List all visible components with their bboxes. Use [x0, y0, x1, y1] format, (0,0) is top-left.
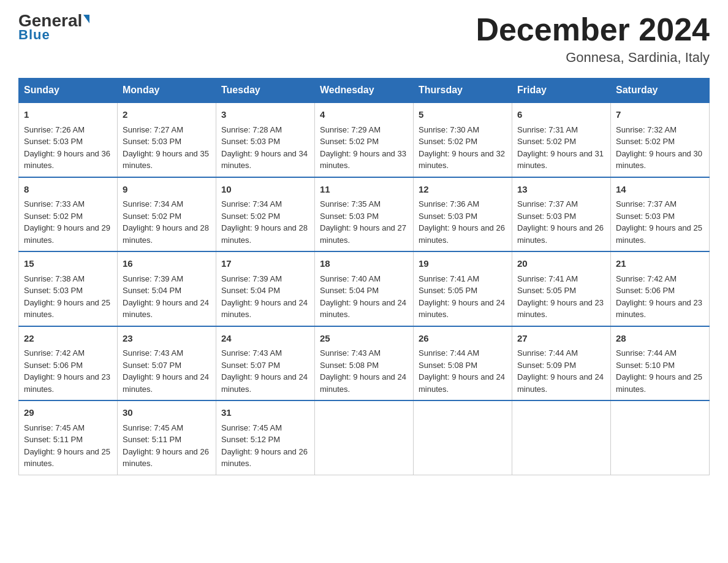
day-number: 16 — [123, 257, 211, 271]
day-number: 18 — [320, 257, 408, 271]
week-row-3: 15Sunrise: 7:38 AMSunset: 5:03 PMDayligh… — [19, 251, 710, 326]
calendar-cell: 23Sunrise: 7:43 AMSunset: 5:07 PMDayligh… — [118, 326, 216, 401]
calendar-cell — [315, 400, 414, 475]
day-number: 31 — [221, 406, 309, 420]
calendar-cell — [512, 400, 611, 475]
calendar-cell: 17Sunrise: 7:39 AMSunset: 5:04 PMDayligh… — [216, 251, 315, 326]
day-number: 29 — [24, 406, 112, 420]
day-number: 6 — [517, 108, 605, 122]
col-monday: Monday — [118, 79, 216, 103]
col-tuesday: Tuesday — [216, 79, 315, 103]
col-wednesday: Wednesday — [315, 79, 414, 103]
day-number: 20 — [517, 257, 605, 271]
day-number: 30 — [123, 406, 211, 420]
day-number: 26 — [419, 332, 507, 346]
day-number: 7 — [616, 108, 704, 122]
calendar-cell: 27Sunrise: 7:44 AMSunset: 5:09 PMDayligh… — [512, 326, 611, 401]
day-number: 3 — [221, 108, 309, 122]
page-header: General Blue December 2024 Gonnesa, Sard… — [18, 12, 710, 66]
week-row-5: 29Sunrise: 7:45 AMSunset: 5:11 PMDayligh… — [19, 400, 710, 475]
calendar-cell: 10Sunrise: 7:34 AMSunset: 5:02 PMDayligh… — [216, 177, 315, 252]
month-title: December 2024 — [476, 12, 710, 47]
calendar-cell — [611, 400, 710, 475]
calendar-cell: 30Sunrise: 7:45 AMSunset: 5:11 PMDayligh… — [118, 400, 216, 475]
calendar-cell: 4Sunrise: 7:29 AMSunset: 5:02 PMDaylight… — [315, 102, 414, 177]
calendar-cell — [414, 400, 512, 475]
calendar-cell: 26Sunrise: 7:44 AMSunset: 5:08 PMDayligh… — [414, 326, 512, 401]
week-row-2: 8Sunrise: 7:33 AMSunset: 5:02 PMDaylight… — [19, 177, 710, 252]
calendar-cell: 9Sunrise: 7:34 AMSunset: 5:02 PMDaylight… — [118, 177, 216, 252]
calendar-cell: 18Sunrise: 7:40 AMSunset: 5:04 PMDayligh… — [315, 251, 414, 326]
calendar-cell: 20Sunrise: 7:41 AMSunset: 5:05 PMDayligh… — [512, 251, 611, 326]
calendar-cell: 7Sunrise: 7:32 AMSunset: 5:02 PMDaylight… — [611, 102, 710, 177]
day-number: 9 — [123, 183, 211, 197]
day-number: 5 — [419, 108, 507, 122]
calendar-cell: 19Sunrise: 7:41 AMSunset: 5:05 PMDayligh… — [414, 251, 512, 326]
title-section: December 2024 Gonnesa, Sardinia, Italy — [476, 12, 710, 66]
day-number: 19 — [419, 257, 507, 271]
calendar-cell: 1Sunrise: 7:26 AMSunset: 5:03 PMDaylight… — [19, 102, 118, 177]
location: Gonnesa, Sardinia, Italy — [476, 50, 710, 66]
day-number: 12 — [419, 183, 507, 197]
day-number: 24 — [221, 332, 309, 346]
day-number: 17 — [221, 257, 309, 271]
calendar-cell: 8Sunrise: 7:33 AMSunset: 5:02 PMDaylight… — [19, 177, 118, 252]
calendar-cell: 14Sunrise: 7:37 AMSunset: 5:03 PMDayligh… — [611, 177, 710, 252]
calendar-cell: 29Sunrise: 7:45 AMSunset: 5:11 PMDayligh… — [19, 400, 118, 475]
col-thursday: Thursday — [414, 79, 512, 103]
day-number: 11 — [320, 183, 408, 197]
calendar-table: Sunday Monday Tuesday Wednesday Thursday… — [18, 78, 710, 475]
col-sunday: Sunday — [19, 79, 118, 103]
logo: General Blue — [18, 12, 89, 43]
day-number: 21 — [616, 257, 704, 271]
week-row-4: 22Sunrise: 7:42 AMSunset: 5:06 PMDayligh… — [19, 326, 710, 401]
calendar-cell: 24Sunrise: 7:43 AMSunset: 5:07 PMDayligh… — [216, 326, 315, 401]
day-number: 22 — [24, 332, 112, 346]
calendar-cell: 16Sunrise: 7:39 AMSunset: 5:04 PMDayligh… — [118, 251, 216, 326]
day-number: 25 — [320, 332, 408, 346]
calendar-cell: 2Sunrise: 7:27 AMSunset: 5:03 PMDaylight… — [118, 102, 216, 177]
calendar-cell: 6Sunrise: 7:31 AMSunset: 5:02 PMDaylight… — [512, 102, 611, 177]
day-number: 28 — [616, 332, 704, 346]
calendar-cell: 31Sunrise: 7:45 AMSunset: 5:12 PMDayligh… — [216, 400, 315, 475]
day-number: 13 — [517, 183, 605, 197]
day-number: 2 — [123, 108, 211, 122]
calendar-cell: 3Sunrise: 7:28 AMSunset: 5:03 PMDaylight… — [216, 102, 315, 177]
calendar-cell: 12Sunrise: 7:36 AMSunset: 5:03 PMDayligh… — [414, 177, 512, 252]
calendar-cell: 22Sunrise: 7:42 AMSunset: 5:06 PMDayligh… — [19, 326, 118, 401]
calendar-cell: 13Sunrise: 7:37 AMSunset: 5:03 PMDayligh… — [512, 177, 611, 252]
calendar-header-row: Sunday Monday Tuesday Wednesday Thursday… — [19, 79, 710, 103]
col-saturday: Saturday — [611, 79, 710, 103]
day-number: 4 — [320, 108, 408, 122]
day-number: 10 — [221, 183, 309, 197]
calendar-cell: 15Sunrise: 7:38 AMSunset: 5:03 PMDayligh… — [19, 251, 118, 326]
day-number: 1 — [24, 108, 112, 122]
day-number: 27 — [517, 332, 605, 346]
calendar-cell: 25Sunrise: 7:43 AMSunset: 5:08 PMDayligh… — [315, 326, 414, 401]
day-number: 23 — [123, 332, 211, 346]
calendar-cell: 5Sunrise: 7:30 AMSunset: 5:02 PMDaylight… — [414, 102, 512, 177]
logo-blue: Blue — [18, 27, 50, 43]
calendar-cell: 21Sunrise: 7:42 AMSunset: 5:06 PMDayligh… — [611, 251, 710, 326]
day-number: 14 — [616, 183, 704, 197]
day-number: 15 — [24, 257, 112, 271]
calendar-cell: 28Sunrise: 7:44 AMSunset: 5:10 PMDayligh… — [611, 326, 710, 401]
col-friday: Friday — [512, 79, 611, 103]
week-row-1: 1Sunrise: 7:26 AMSunset: 5:03 PMDaylight… — [19, 102, 710, 177]
calendar-cell: 11Sunrise: 7:35 AMSunset: 5:03 PMDayligh… — [315, 177, 414, 252]
day-number: 8 — [24, 183, 112, 197]
